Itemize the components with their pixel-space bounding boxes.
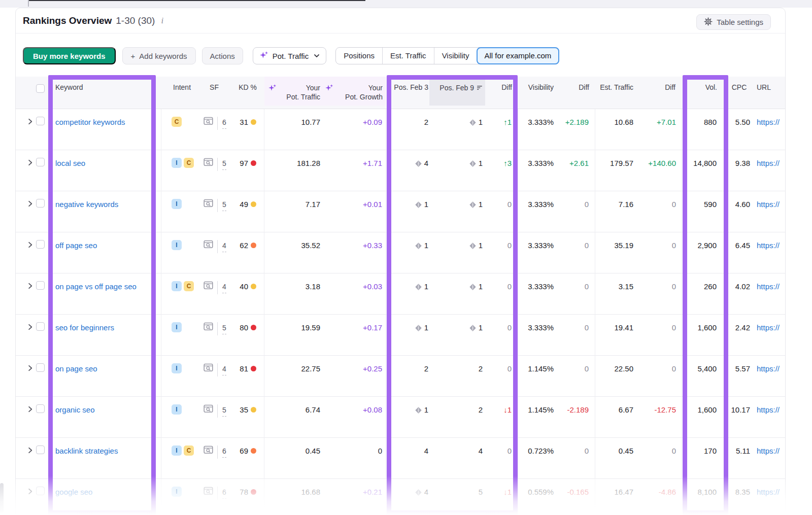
row-checkbox[interactable] [36,109,49,150]
keyword-link[interactable]: organic seo [55,405,95,414]
est-traffic-diff-cell: 0 [634,356,682,397]
row-checkbox[interactable] [36,191,49,232]
keyword-link[interactable]: off page seo [55,241,97,250]
pos-feb9-cell: 1 [429,232,485,273]
url-cell: https:// [750,109,785,150]
column-header-est-traffic[interactable]: Est. Traffic [595,77,634,106]
table-row: backlink strategiesIC6690.4504400.723%00… [16,438,785,479]
tab-all-for-domain[interactable]: All for example.com [477,47,560,64]
url-link[interactable]: https:// [757,282,780,291]
row-expander[interactable] [23,356,36,397]
serp-features-count[interactable]: 4 [222,241,226,252]
intent-badge-C: C [184,281,194,291]
row-expander[interactable] [23,315,36,356]
column-header-volume[interactable]: Vol. [682,77,728,106]
row-expander[interactable] [23,150,36,191]
intent-badge-I: I [172,158,182,168]
column-header-est-diff[interactable]: Diff [634,77,682,106]
header-expander-spacer [23,77,36,106]
column-header-kd[interactable]: KD % [231,77,264,106]
pos-feb3-cell: 1 [386,273,429,315]
serp-features-count[interactable]: 6 [222,117,226,129]
left-scrollbar[interactable] [0,483,4,512]
serp-features-count[interactable]: 5 [222,405,226,417]
column-header-pos-feb3[interactable]: Pos. Feb 3 [386,77,429,106]
est-traffic-diff-cell: +140.60 [634,150,682,191]
column-header-keyword[interactable]: Keyword [49,77,161,106]
keyword-link[interactable]: google seo [55,488,92,496]
kd-level-dot [251,284,256,289]
tab-positions[interactable]: Positions [336,48,382,64]
column-header-visibility-diff[interactable]: Diff [555,77,595,106]
pot-traffic-dropdown[interactable]: Pot. Traffic [253,47,326,64]
row-expander[interactable] [23,273,36,315]
row-checkbox[interactable] [36,315,49,356]
buy-more-keywords-button[interactable]: Buy more keywords [23,47,116,64]
keyword-link[interactable]: local seo [55,159,85,167]
column-header-sf[interactable]: SF [197,77,231,106]
url-link[interactable]: https:// [757,200,780,209]
keyword-link[interactable]: on page vs off page seo [55,282,137,291]
keyword-link[interactable]: negative keywords [55,200,118,209]
serp-features-count[interactable]: 5 [222,323,226,334]
intent-badge-C: C [184,158,194,168]
column-header-pot-traffic[interactable]: Your Pot. Traffic [264,77,321,106]
column-header-pos-diff[interactable]: Diff [485,77,518,106]
select-all-checkbox[interactable] [36,77,49,106]
row-expander[interactable] [23,438,36,479]
plus-icon: + [131,52,136,60]
url-link[interactable]: https:// [757,447,780,455]
add-keywords-button[interactable]: + Add keywords [122,47,196,64]
url-link[interactable]: https:// [757,241,780,250]
serp-features-count[interactable]: 5 [222,199,226,211]
row-checkbox[interactable] [36,438,49,479]
url-link[interactable]: https:// [757,323,780,332]
info-icon[interactable]: i [161,16,163,26]
cpc-cell: 4.60 [728,191,750,232]
column-header-pos-feb9[interactable]: Pos. Feb 9 [429,77,485,106]
column-header-visibility[interactable]: Visibility [518,77,555,106]
actions-button[interactable]: Actions [202,47,243,64]
pos-feb3-cell: 4 [386,479,429,515]
url-link[interactable]: https:// [757,159,780,167]
row-checkbox[interactable] [36,397,49,438]
url-link[interactable]: https:// [757,488,780,496]
serp-features-count[interactable]: 6 [222,487,226,499]
tab-visibility[interactable]: Visibility [434,48,477,64]
divider [217,363,218,376]
row-expander[interactable] [23,191,36,232]
row-checkbox[interactable] [36,150,49,191]
serp-features-count[interactable]: 4 [222,364,226,375]
column-header-url[interactable]: URL [750,77,785,106]
row-checkbox[interactable] [36,232,49,273]
keyword-link[interactable]: competitor keywords [55,118,125,126]
est-traffic-diff-cell: -12.75 [634,397,682,438]
row-expander[interactable] [23,232,36,273]
url-cell: https:// [750,397,785,438]
keyword-link[interactable]: on page seo [55,364,97,373]
url-link[interactable]: https:// [757,405,780,414]
row-checkbox[interactable] [36,273,49,315]
column-header-pot-growth[interactable]: Your Pot. Growth [321,77,386,106]
row-checkbox[interactable] [36,479,49,515]
serp-features-count[interactable]: 6 [222,446,226,458]
chevron-right-icon [26,405,34,413]
tab-est-traffic[interactable]: Est. Traffic [382,48,434,64]
visibility-cell: 3.333% [518,150,555,191]
column-header-intent[interactable]: Intent [161,77,197,106]
row-expander[interactable] [23,109,36,150]
column-header-cpc[interactable]: CPC [728,77,750,106]
serp-features-count[interactable]: 4 [222,282,226,293]
row-checkbox[interactable] [36,356,49,397]
url-link[interactable]: https:// [757,364,780,373]
chevron-right-icon [26,364,34,372]
row-expander[interactable] [23,479,36,515]
keyword-link[interactable]: backlink strategies [55,447,118,455]
url-link[interactable]: https:// [757,118,780,126]
keyword-link[interactable]: seo for beginners [55,323,114,332]
serp-features-icon [204,445,213,454]
ai-sparkle-icon [325,84,333,92]
row-expander[interactable] [23,397,36,438]
table-settings-button[interactable]: Table settings [696,14,771,30]
serp-features-count[interactable]: 5 [222,158,226,170]
